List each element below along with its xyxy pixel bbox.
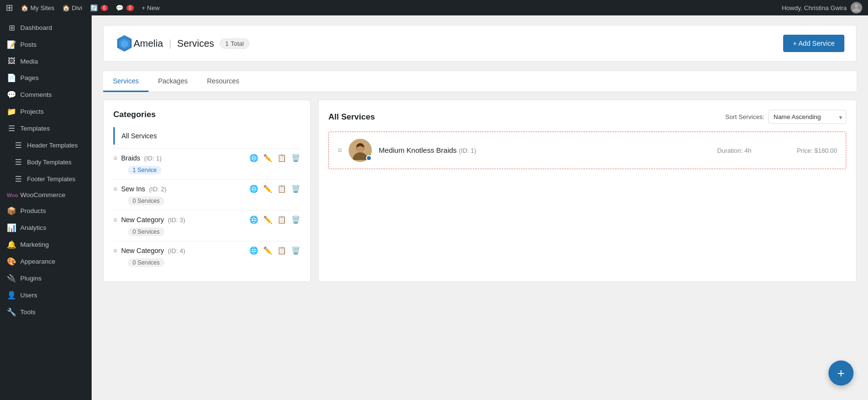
adminbar-user-area: Howdy, Christina Gwira — [782, 2, 862, 13]
delete-icon[interactable]: 🗑️ — [291, 246, 300, 255]
admin-bar: ⊞ 🏠 My Sites 🏠 Divi 🔄 6 💬 0 + New Howdy,… — [0, 0, 868, 15]
tab-resources[interactable]: Resources — [197, 71, 249, 92]
edit-icon[interactable]: ✏️ — [263, 154, 272, 162]
body-templates-icon: ☰ — [14, 158, 23, 167]
drag-handle-icon[interactable]: ≡ — [113, 216, 117, 224]
sidebar-item-footer-templates[interactable]: ☰ Footer Templates — [0, 171, 92, 187]
tools-icon: 🔧 — [7, 307, 16, 317]
tab-packages[interactable]: Packages — [149, 71, 197, 92]
edit-icon[interactable]: ✏️ — [263, 185, 272, 193]
category-actions: 🌐 ✏️ 📋 🗑️ — [249, 215, 300, 224]
sidebar-item-comments[interactable]: 💬 Comments — [0, 86, 92, 103]
category-actions: 🌐 ✏️ 📋 🗑️ — [249, 185, 300, 193]
total-badge: 1 Total — [220, 39, 249, 49]
delete-icon[interactable]: 🗑️ — [291, 215, 300, 224]
sidebar-item-templates[interactable]: ☰ Templates — [0, 120, 92, 137]
service-avatar-wrapper — [349, 139, 372, 162]
dashboard-icon: ⊞ — [7, 23, 16, 32]
sidebar-item-plugins[interactable]: 🔌 Plugins — [0, 270, 92, 287]
avatar — [851, 2, 862, 13]
sidebar-item-marketing[interactable]: 🔔 Marketing — [0, 236, 92, 253]
list-item: ≡ New Category (ID: 4) 🌐 ✏️ 📋 🗑️ 0 Servi… — [113, 241, 300, 272]
globe-icon[interactable]: 🌐 — [249, 154, 258, 162]
sidebar-item-products[interactable]: 📦 Products — [0, 202, 92, 219]
sidebar-item-appearance[interactable]: 🎨 Appearance — [0, 253, 92, 270]
drag-handle-icon[interactable]: ≡ — [113, 247, 117, 254]
updates-icon: 🔄 — [90, 4, 98, 12]
templates-icon: ☰ — [7, 124, 16, 133]
drag-handle-icon[interactable]: ≡ — [113, 185, 117, 193]
copy-icon[interactable]: 📋 — [277, 185, 286, 193]
adminbar-mysites[interactable]: 🏠 My Sites — [21, 4, 54, 12]
sidebar-item-tools[interactable]: 🔧 Tools — [0, 304, 92, 320]
svg-point-7 — [357, 146, 363, 152]
globe-icon[interactable]: 🌐 — [249, 185, 258, 193]
users-icon: 👤 — [7, 291, 16, 300]
drag-handle-icon[interactable]: ≡ — [113, 154, 117, 162]
page-title: Services — [177, 38, 214, 49]
sidebar-item-woocommerce[interactable]: Woo WooCommerce — [0, 187, 92, 202]
adminbar-comments[interactable]: 💬 0 — [116, 4, 134, 12]
sidebar-item-posts[interactable]: 📝 Posts — [0, 36, 92, 53]
category-id: (ID: 4) — [168, 247, 185, 254]
service-status-dot — [366, 155, 372, 161]
copy-icon[interactable]: 📋 — [277, 215, 286, 224]
header-templates-icon: ☰ — [14, 141, 23, 150]
delete-icon[interactable]: 🗑️ — [291, 185, 300, 193]
main-content: Amelia | Services 1 Total + Add Service … — [92, 15, 868, 400]
sort-label: Sort Services: — [725, 113, 764, 120]
copy-icon[interactable]: 📋 — [277, 246, 286, 255]
appearance-icon: 🎨 — [7, 257, 16, 266]
tab-services[interactable]: Services — [103, 71, 149, 92]
category-name: Braids — [121, 154, 140, 162]
adminbar-updates[interactable]: 🔄 6 — [90, 4, 108, 12]
sidebar-item-dashboard[interactable]: ⊞ Dashboard — [0, 19, 92, 36]
service-name: Medium Knotless Braids — [379, 146, 457, 154]
add-service-button[interactable]: + Add Service — [783, 35, 844, 52]
svg-point-0 — [854, 4, 858, 8]
sidebar-item-media[interactable]: 🖼 Media — [0, 53, 92, 69]
category-name: New Category — [121, 247, 164, 254]
marketing-icon: 🔔 — [7, 240, 16, 249]
sidebar-item-projects[interactable]: 📁 Projects — [0, 103, 92, 120]
all-services-item[interactable]: All Services — [113, 127, 300, 145]
tabs-bar: Services Packages Resources — [103, 71, 856, 92]
globe-icon[interactable]: 🌐 — [249, 215, 258, 224]
globe-icon[interactable]: 🌐 — [249, 246, 258, 255]
category-actions: 🌐 ✏️ 📋 🗑️ — [249, 154, 300, 162]
sidebar-item-header-templates[interactable]: ☰ Header Templates — [0, 137, 92, 154]
category-name: Sew Ins — [121, 185, 145, 193]
adminbar-new[interactable]: + New — [142, 4, 160, 12]
services-panel-title: All Services — [328, 112, 375, 122]
categories-panel: Categories All Services ≡ Braids (ID: 1)… — [103, 100, 311, 282]
edit-icon[interactable]: ✏️ — [263, 246, 272, 255]
categories-title: Categories — [113, 110, 300, 120]
category-id: (ID: 2) — [149, 186, 166, 193]
category-actions: 🌐 ✏️ 📋 🗑️ — [249, 246, 300, 255]
analytics-icon: 📊 — [7, 223, 16, 232]
wp-logo-icon[interactable]: ⊞ — [6, 2, 13, 13]
comments-bubble-icon: 💬 — [116, 4, 123, 12]
amelia-logo — [115, 34, 134, 53]
edit-icon[interactable]: ✏️ — [263, 215, 272, 224]
list-item: ≡ Braids (ID: 1) 🌐 ✏️ 📋 🗑️ 1 Service — [113, 148, 300, 179]
sidebar-item-users[interactable]: 👤 Users — [0, 287, 92, 304]
adminbar-divi[interactable]: 🏠 Divi — [62, 4, 82, 12]
pages-icon: 📄 — [7, 73, 16, 82]
category-id: (ID: 3) — [168, 216, 185, 224]
service-count-badge: 1 Service — [128, 166, 162, 174]
sidebar-item-pages[interactable]: 📄 Pages — [0, 69, 92, 86]
copy-icon[interactable]: 📋 — [277, 154, 286, 162]
sidebar-item-body-templates[interactable]: ☰ Body Templates — [0, 154, 92, 171]
service-price: Price: $180.00 — [797, 147, 837, 154]
sidebar-item-analytics[interactable]: 📊 Analytics — [0, 219, 92, 236]
media-icon: 🖼 — [7, 57, 16, 66]
two-column-layout: Categories All Services ≡ Braids (ID: 1)… — [103, 100, 856, 282]
sort-select[interactable]: Name Ascending Name Descending Duration … — [768, 110, 846, 124]
delete-icon[interactable]: 🗑️ — [291, 154, 300, 162]
list-item: ≡ New Category (ID: 3) 🌐 ✏️ 📋 🗑️ 0 Servi… — [113, 210, 300, 241]
floating-action-button[interactable]: + — [828, 360, 854, 386]
service-drag-handle-icon[interactable]: ≡ — [338, 146, 342, 155]
category-name: New Category — [121, 216, 164, 224]
divi-home-icon: 🏠 — [62, 4, 70, 12]
